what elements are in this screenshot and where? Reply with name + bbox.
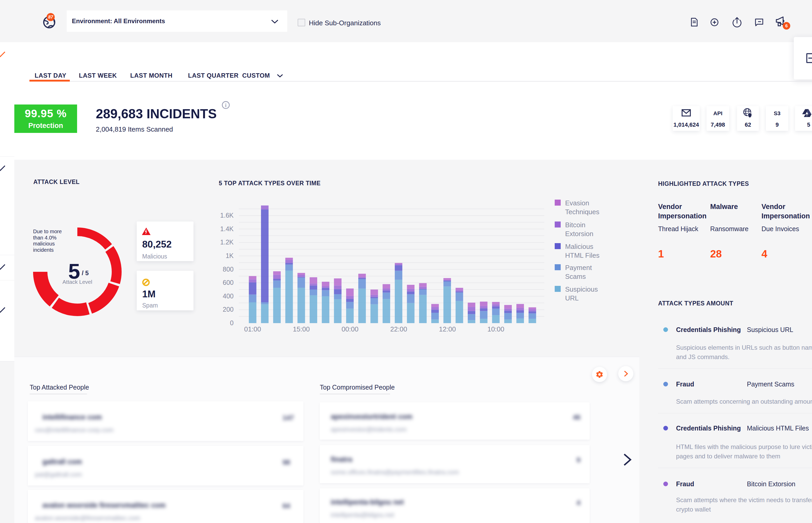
svg-text:87: 87: [48, 15, 53, 20]
svg-text:6: 6: [785, 23, 788, 29]
